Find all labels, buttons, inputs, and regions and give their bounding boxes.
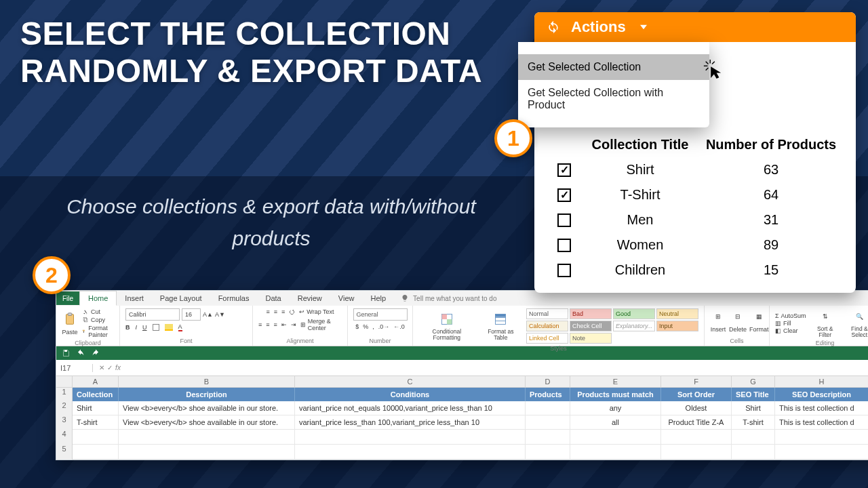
align-center-button[interactable]: ≡ bbox=[266, 321, 269, 328]
comma-button[interactable]: , bbox=[372, 323, 374, 330]
align-top-button[interactable]: ≡ bbox=[267, 308, 270, 315]
tab-file[interactable]: File bbox=[56, 291, 79, 305]
find-icon: 🔍 bbox=[851, 308, 867, 325]
increase-decimal-button[interactable]: .0→ bbox=[378, 323, 390, 330]
row-header[interactable]: 5 bbox=[56, 445, 73, 460]
save-icon[interactable] bbox=[62, 349, 70, 357]
table-row[interactable] bbox=[73, 430, 868, 445]
clear-button[interactable]: ◧Clear bbox=[775, 327, 806, 334]
row-header[interactable]: 2 bbox=[56, 401, 73, 415]
collections-panel: Actions Get Selected Collection bbox=[534, 12, 856, 293]
col-header-D[interactable]: D bbox=[526, 376, 570, 387]
row-header-1[interactable]: 1 bbox=[56, 388, 73, 401]
row-header[interactable]: 3 bbox=[56, 415, 73, 430]
fill-icon: ▥ bbox=[775, 320, 781, 327]
checkbox[interactable]: ✓ bbox=[557, 188, 571, 202]
tab-view[interactable]: View bbox=[330, 291, 363, 305]
font-size-select[interactable]: 16 bbox=[182, 308, 201, 321]
increase-font-button[interactable]: A▲ bbox=[203, 311, 213, 318]
fill-button[interactable]: ▥Fill bbox=[775, 320, 806, 327]
actions-menu-button[interactable]: Actions bbox=[534, 12, 856, 42]
col-header-H[interactable]: H bbox=[775, 376, 868, 387]
tell-me-label: Tell me what you want to do bbox=[413, 295, 496, 302]
cut-button[interactable]: Cut bbox=[82, 308, 114, 315]
checkbox[interactable] bbox=[557, 264, 571, 277]
orientation-button[interactable]: ⭯ bbox=[289, 308, 295, 315]
checkbox[interactable] bbox=[557, 214, 571, 227]
align-left-button[interactable]: ≡ bbox=[258, 321, 262, 328]
group-alignment-label: Alignment bbox=[258, 338, 342, 344]
insert-cells-button[interactable]: ⊞Insert bbox=[710, 308, 726, 333]
tab-data[interactable]: Data bbox=[257, 291, 289, 305]
redo-icon[interactable] bbox=[92, 349, 100, 357]
table-row[interactable]: Shirt View <b>every</b> shoe available i… bbox=[73, 401, 868, 415]
fill-color-button[interactable] bbox=[165, 324, 173, 331]
font-name-select[interactable]: Calibri bbox=[125, 308, 180, 321]
fx-buttons[interactable]: ✕✓fx bbox=[93, 364, 127, 371]
action-label: Get Selected Collection bbox=[528, 61, 641, 73]
undo-icon[interactable] bbox=[77, 349, 85, 357]
indent-increase-button[interactable]: ⇥ bbox=[291, 321, 296, 328]
name-box[interactable]: I17 bbox=[56, 364, 93, 372]
border-button[interactable] bbox=[153, 324, 159, 331]
indent-decrease-button[interactable]: ⇤ bbox=[281, 321, 287, 328]
underline-button[interactable]: U bbox=[142, 324, 147, 331]
collection-row: ✓ Shirt 63 bbox=[548, 162, 842, 178]
merge-center-button[interactable]: ⊞Merge & Center bbox=[300, 318, 342, 331]
table-row[interactable]: T-shirt View <b>every</b> shoe available… bbox=[73, 415, 868, 430]
svg-rect-10 bbox=[441, 314, 447, 320]
decrease-font-button[interactable]: A▼ bbox=[215, 311, 225, 318]
col-header-E[interactable]: E bbox=[570, 376, 661, 387]
copy-button[interactable]: Copy bbox=[82, 317, 114, 323]
col-header-title: Collection Title bbox=[580, 137, 700, 152]
tab-home[interactable]: Home bbox=[79, 291, 117, 306]
align-bottom-button[interactable]: ≡ bbox=[281, 308, 285, 315]
accounting-button[interactable]: $ bbox=[355, 323, 359, 330]
find-select-button[interactable]: 🔍Find & Select bbox=[844, 308, 868, 338]
collection-count: 89 bbox=[700, 237, 842, 253]
col-header-C[interactable]: C bbox=[295, 376, 526, 387]
collection-count: 15 bbox=[700, 262, 842, 278]
col-header-F[interactable]: F bbox=[661, 376, 732, 387]
col-header-B[interactable]: B bbox=[119, 376, 295, 387]
format-cells-button[interactable]: ▦Format bbox=[749, 308, 769, 333]
tab-formulas[interactable]: Formulas bbox=[210, 291, 258, 305]
tab-review[interactable]: Review bbox=[290, 291, 330, 305]
conditional-formatting-button[interactable]: Conditional Formatting bbox=[418, 311, 475, 341]
decrease-decimal-button[interactable]: ←.0 bbox=[393, 323, 405, 330]
tab-insert[interactable]: Insert bbox=[117, 291, 152, 305]
row-header[interactable]: 4 bbox=[56, 430, 73, 445]
cell-styles-gallery[interactable]: Normal Bad Good Neutral Calculation Chec… bbox=[526, 308, 698, 344]
bold-button[interactable]: B bbox=[125, 324, 130, 331]
group-clipboard-label: Clipboard bbox=[62, 340, 114, 346]
col-header-A[interactable]: A bbox=[73, 376, 119, 387]
checkbox[interactable] bbox=[557, 239, 571, 252]
align-middle-button[interactable]: ≡ bbox=[274, 308, 277, 315]
action-get-selected-collection[interactable]: Get Selected Collection bbox=[518, 54, 709, 80]
wrap-text-button[interactable]: ↩Wrap Text bbox=[299, 308, 334, 315]
font-color-button[interactable]: A bbox=[178, 323, 182, 331]
collections-table-header: Collection Title Number of Products bbox=[548, 137, 842, 152]
delete-cells-button[interactable]: ⊟Delete bbox=[729, 308, 747, 333]
italic-button[interactable]: I bbox=[136, 324, 138, 331]
group-font-label: Font bbox=[125, 338, 247, 344]
tab-help[interactable]: Help bbox=[362, 291, 394, 305]
format-as-table-button[interactable]: Format as Table bbox=[481, 311, 521, 341]
autosum-button[interactable]: ΣAutoSum bbox=[775, 312, 806, 319]
sort-filter-button[interactable]: ⇅Sort & Filter bbox=[812, 308, 839, 338]
align-right-button[interactable]: ≡ bbox=[274, 321, 277, 328]
table-row[interactable] bbox=[73, 445, 868, 460]
paste-button[interactable]: Paste bbox=[62, 311, 78, 336]
checkbox[interactable]: ✓ bbox=[557, 163, 571, 177]
tell-me-search[interactable]: Tell me what you want to do bbox=[394, 294, 503, 302]
number-format-select[interactable]: General bbox=[353, 308, 408, 321]
page-subheadline: Choose collections & export data with/wi… bbox=[61, 191, 481, 254]
action-get-selected-collection-with-product[interactable]: Get Selected Collection with Product bbox=[518, 80, 709, 118]
col-header-G[interactable]: G bbox=[732, 376, 775, 387]
spreadsheet-grid[interactable]: A B C D E F G H 1 Collection Description… bbox=[56, 376, 868, 460]
percent-button[interactable]: % bbox=[363, 323, 368, 330]
tab-page-layout[interactable]: Page Layout bbox=[152, 291, 210, 305]
cut-icon bbox=[82, 308, 89, 315]
collection-title: T-Shirt bbox=[580, 187, 700, 203]
format-painter-button[interactable]: Format Painter bbox=[82, 325, 114, 338]
